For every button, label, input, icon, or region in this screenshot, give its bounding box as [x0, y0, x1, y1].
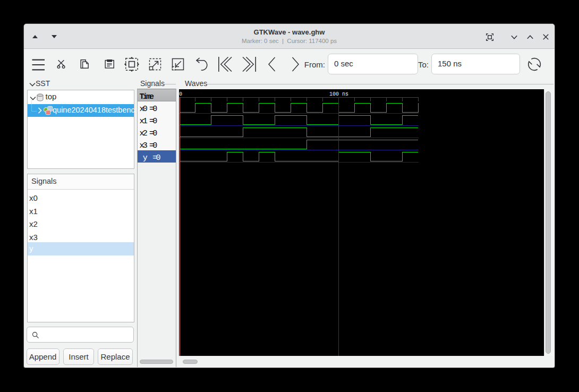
svg-text:100 ns: 100 ns	[329, 91, 348, 97]
svg-text:0: 0	[179, 91, 182, 97]
